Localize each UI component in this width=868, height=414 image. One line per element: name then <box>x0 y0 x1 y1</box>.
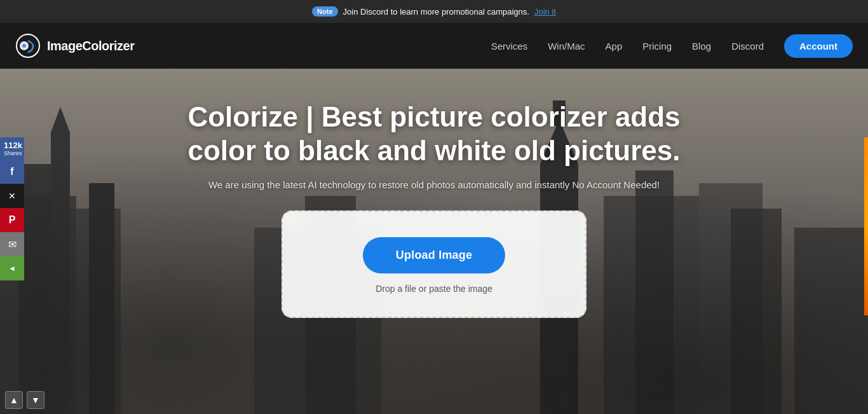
announcement-bar: Note Join Discord to learn more promotio… <box>0 0 868 23</box>
share-icon: ◄ <box>8 264 16 273</box>
share-button[interactable]: ◄ <box>0 256 24 280</box>
announcement-message: Join Discord to learn more promotional c… <box>343 7 529 17</box>
pinterest-icon: P <box>9 214 16 226</box>
upload-card: Upload Image Drop a file or paste the im… <box>281 210 587 318</box>
svg-point-2 <box>22 44 26 48</box>
join-link[interactable]: Join it <box>534 7 556 17</box>
scroll-arrows: ▲ ▼ <box>5 391 44 409</box>
scroll-down-button[interactable]: ▼ <box>27 391 44 409</box>
social-sidebar: 112k Shares f ✕ P ✉ ◄ <box>0 137 24 280</box>
upload-image-button[interactable]: Upload Image <box>363 237 505 273</box>
note-badge: Note <box>312 6 337 17</box>
twitter-share-button[interactable]: ✕ <box>0 184 24 208</box>
hero-section: 112k Shares f ✕ P ✉ ◄ Colorize | Best pi… <box>0 69 868 414</box>
nav-link-pricing[interactable]: Pricing <box>642 41 672 52</box>
pinterest-share-button[interactable]: P <box>0 208 24 232</box>
upload-drop-text: Drop a file or paste the image <box>376 284 492 294</box>
right-accent-bar <box>864 137 868 315</box>
logo[interactable]: ImageColorizer <box>15 33 134 59</box>
facebook-icon: f <box>10 166 13 177</box>
twitter-icon: ✕ <box>8 191 16 201</box>
nav-link-winmac[interactable]: Win/Mac <box>548 41 585 52</box>
nav-link-services[interactable]: Services <box>491 41 528 52</box>
share-count-container: 112k Shares <box>0 137 24 160</box>
email-share-button[interactable]: ✉ <box>0 232 24 256</box>
account-button[interactable]: Account <box>784 34 853 58</box>
nav-link-blog[interactable]: Blog <box>692 41 711 52</box>
share-count: 112k <box>4 141 20 150</box>
nav-link-discord[interactable]: Discord <box>731 41 764 52</box>
facebook-share-button[interactable]: f <box>0 160 24 184</box>
hero-subtitle: We are using the latest AI technology to… <box>161 179 707 190</box>
share-label: Shares <box>4 150 20 156</box>
navbar: ImageColorizer Services Win/Mac App Pric… <box>0 23 868 69</box>
navbar-links: Services Win/Mac App Pricing Blog Discor… <box>491 34 853 58</box>
nav-link-app[interactable]: App <box>606 41 623 52</box>
hero-title: Colorize | Best picture colorizer adds c… <box>161 100 707 168</box>
hero-content: Colorize | Best picture colorizer adds c… <box>148 100 720 210</box>
email-icon: ✉ <box>8 238 17 251</box>
logo-icon <box>15 33 41 59</box>
scroll-up-button[interactable]: ▲ <box>5 391 23 409</box>
logo-text: ImageColorizer <box>47 39 134 53</box>
